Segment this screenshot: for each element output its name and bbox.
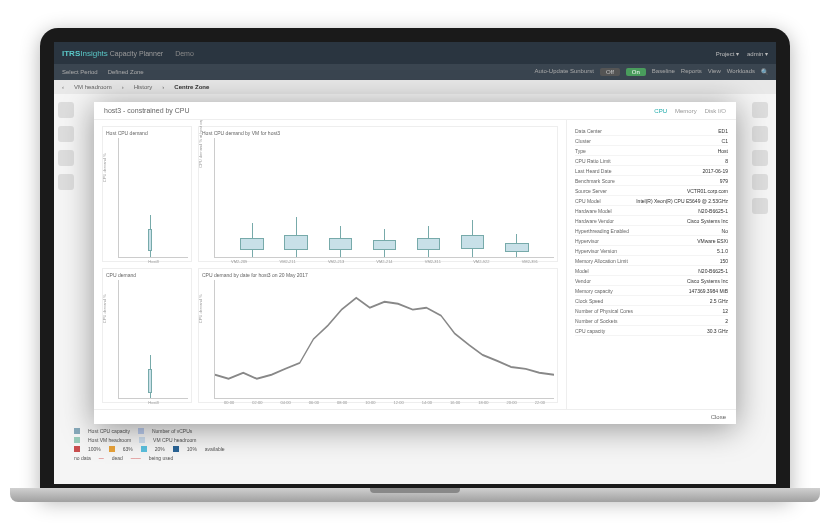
detail-row: Last Heard Date2017-06-19 [575,166,728,176]
detail-row: CPU capacity30.3 GHz [575,326,728,336]
user-menu[interactable]: admin ▾ [747,50,768,57]
detail-key: Source Server [575,188,607,194]
host-detail-modal: host3 - constrained by CPU CPU Memory Di… [94,102,736,424]
close-button[interactable]: Close [711,414,726,420]
nav-view[interactable]: View [708,68,721,76]
charts-column: Host CPU demand CPU demand % Host3 Host … [94,120,566,409]
chart-title: Host CPU demand [106,130,188,136]
rail-icon[interactable] [58,150,74,166]
legend-nodata: no data [74,455,91,461]
modal-tab-cpu[interactable]: CPU [654,108,667,114]
tab-centre-zone[interactable]: Centre Zone [174,84,209,90]
project-menu[interactable]: Project ▾ [716,50,739,57]
detail-key: Hypervisor [575,238,599,244]
xlabel: VM2-213 [328,259,344,264]
detail-value: 979 [720,178,728,184]
rail-icon[interactable] [58,102,74,118]
xlabel: VM2-311 [425,259,441,264]
sep: › [162,84,164,90]
xlabel: VM2-922 [473,259,489,264]
detail-key: Hardware Vendor [575,218,614,224]
xlabel: 14:00 [422,400,432,405]
chart-title: Host CPU demand by VM for host3 [202,130,554,136]
detail-row: TypeHost [575,146,728,156]
brand-sub: Capacity Planner [110,50,163,57]
xlabel: Host3 [148,400,158,405]
detail-key: Memory Allocation Limit [575,258,628,264]
detail-row: Hardware ModelN20-B6625-1 [575,206,728,216]
nav-reports[interactable]: Reports [681,68,702,76]
right-rail [752,102,772,214]
detail-key: Hyperthreading Enabled [575,228,629,234]
detail-row: Memory Allocation Limit150 [575,256,728,266]
rail-icon[interactable] [752,126,768,142]
modal-tab-disk[interactable]: Disk I/O [705,108,726,114]
detail-value: 2.5 GHz [710,298,728,304]
xlabel: 00:00 [224,400,234,405]
xlabel: VM2-214 [376,259,392,264]
left-rail [58,102,78,190]
detail-value: No [722,228,728,234]
xlabel: 12:00 [394,400,404,405]
detail-value: 2 [725,318,728,324]
detail-row: Clock Speed2.5 GHz [575,296,728,306]
detail-value: 150 [720,258,728,264]
xlabel: 22:00 [535,400,545,405]
rail-icon[interactable] [752,102,768,118]
legend-available: available [205,446,225,452]
nav-baseline[interactable]: Baseline [652,68,675,76]
modal-tab-memory[interactable]: Memory [675,108,697,114]
brand-product: Insights [80,49,108,58]
xlabel: 08:00 [337,400,347,405]
legend-100: 100% [88,446,101,452]
rail-icon[interactable] [752,198,768,214]
rail-icon[interactable] [58,174,74,190]
detail-key: Memory capacity [575,288,613,294]
topbar: ITRS Insights Capacity Planner Demo Proj… [54,42,776,64]
tab-history[interactable]: History [134,84,153,90]
toggle-off[interactable]: Off [600,68,620,76]
toolbar-zone[interactable]: Defined Zone [108,69,144,75]
detail-value: Intel(R) Xeon(R) CPU E5649 @ 2.53GHz [636,198,728,204]
detail-row: Number of Sockets2 [575,316,728,326]
chart-ylabel: CPU demand % [102,153,107,182]
rail-icon[interactable] [752,174,768,190]
xlabel: VM2-391 [522,259,538,264]
search-icon[interactable]: 🔍 [761,68,768,76]
xlabel: 10:00 [365,400,375,405]
legend-10: 10% [187,446,197,452]
xlabel: VM2-211 [280,259,296,264]
nav-workloads[interactable]: Workloads [727,68,755,76]
rail-icon[interactable] [58,126,74,142]
detail-value: N20-B6625-1 [698,208,728,214]
xlabel: 04:00 [281,400,291,405]
detail-value: N20-B6625-1 [698,268,728,274]
chart-ylabel: CPU demand % [198,295,203,324]
chart-cpu-timeseries: CPU demand by date for host3 on 20 May 2… [198,268,558,404]
modal-header: host3 - constrained by CPU CPU Memory Di… [94,102,736,120]
toggle-on[interactable]: On [626,68,646,76]
legend: Host CPU capacityNumber of vCPUs Host VM… [74,428,225,464]
sep: › [122,84,124,90]
xlabel: Host3 [148,259,158,264]
detail-key: Vendor [575,278,591,284]
detail-value: 147369.3984 MiB [689,288,728,294]
chart-ylabel: CPU demand % at host capacity [198,120,203,167]
detail-key: Model [575,268,589,274]
detail-key: Hardware Model [575,208,612,214]
details-panel: Data CenterED1ClusterC1TypeHostCPU Ratio… [566,120,736,409]
detail-row: Hardware VendorCisco Systems Inc [575,216,728,226]
tab-vm-headroom[interactable]: VM headroom [74,84,112,90]
detail-key: Type [575,148,586,154]
toolbar: Select Period Defined Zone Auto-Update S… [54,64,776,80]
back-icon[interactable]: ‹ [62,84,64,90]
chart-host-cpu: Host CPU demand CPU demand % Host3 [102,126,192,262]
brand-logo: ITRS [62,49,80,58]
legend-20: 20% [155,446,165,452]
detail-value: Cisco Systems Inc [687,278,728,284]
legend-host-cpu: Host CPU capacity [88,428,130,434]
rail-icon[interactable] [752,150,768,166]
toolbar-period[interactable]: Select Period [62,69,98,75]
auto-update-label: Auto-Update Sunburst [535,68,594,76]
detail-key: Cluster [575,138,591,144]
